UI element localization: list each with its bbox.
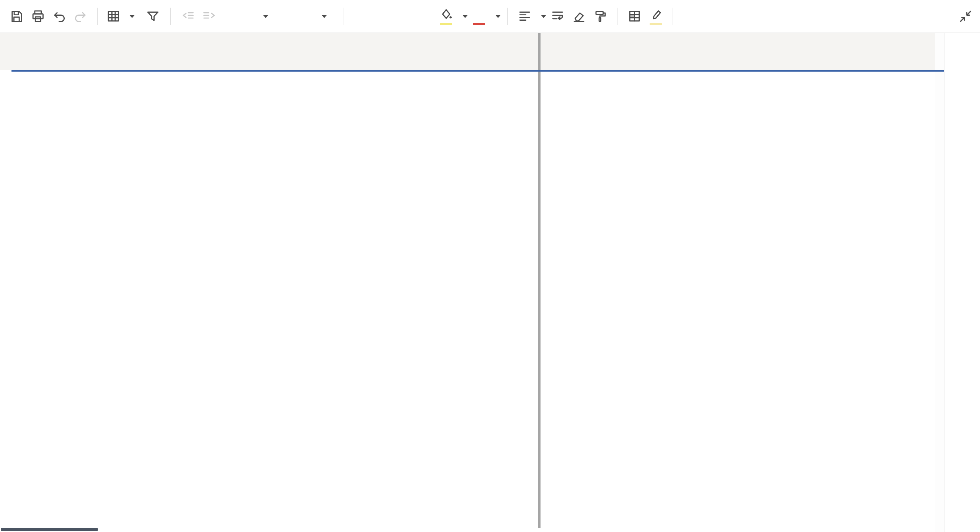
undo-icon xyxy=(52,9,66,23)
toolbar-divider xyxy=(296,8,296,25)
toolbar-divider xyxy=(226,8,226,25)
format-painter-button[interactable] xyxy=(590,5,611,28)
column-header-row xyxy=(0,33,935,70)
save-icon xyxy=(9,9,23,23)
filter-icon xyxy=(145,9,160,23)
text-color-menu[interactable] xyxy=(490,5,501,28)
right-rail xyxy=(944,33,980,532)
format-table-button[interactable] xyxy=(624,5,645,28)
smartsheet-app xyxy=(0,0,980,532)
frozen-pane-divider[interactable] xyxy=(538,33,541,528)
table-icon xyxy=(627,9,642,23)
text-color-button[interactable] xyxy=(468,5,490,28)
header-accent-line xyxy=(11,70,944,72)
toolbar-divider xyxy=(343,8,343,25)
paint-roller-icon xyxy=(593,9,608,23)
fill-color-swatch xyxy=(440,23,452,25)
fill-color-icon xyxy=(439,8,453,22)
align-button[interactable] xyxy=(514,5,535,28)
wrap-text-icon xyxy=(550,9,565,23)
collapse-toolbar-button[interactable] xyxy=(955,5,976,28)
highlighter-icon xyxy=(649,8,663,22)
save-button[interactable] xyxy=(5,5,27,28)
print-button[interactable] xyxy=(27,5,48,28)
align-left-icon xyxy=(518,9,532,23)
outdent-icon xyxy=(181,9,195,23)
fill-color-button[interactable] xyxy=(435,5,457,28)
align-menu[interactable] xyxy=(535,5,547,28)
chevron-down-icon xyxy=(129,15,135,18)
chevron-down-icon xyxy=(495,15,501,18)
chevron-down-icon xyxy=(263,15,268,18)
text-color-swatch xyxy=(473,23,485,25)
vertical-scrollbar[interactable] xyxy=(935,33,944,532)
clear-format-button[interactable] xyxy=(568,5,590,28)
undo-button[interactable] xyxy=(48,5,70,28)
italic-button[interactable] xyxy=(371,5,392,28)
font-family-select[interactable] xyxy=(232,5,290,28)
toolbar xyxy=(0,0,980,33)
grid-view-icon xyxy=(106,9,120,23)
outdent-button[interactable] xyxy=(177,5,198,28)
toolbar-divider xyxy=(97,8,98,25)
horizontal-scrollbar-thumb[interactable] xyxy=(1,528,98,531)
toolbar-divider xyxy=(507,8,508,25)
strikethrough-button[interactable] xyxy=(414,5,435,28)
filter-button[interactable] xyxy=(143,5,164,28)
chevron-down-icon xyxy=(541,15,546,18)
toolbar-divider xyxy=(170,8,171,25)
fill-color-menu[interactable] xyxy=(457,5,468,28)
print-icon xyxy=(31,9,45,23)
chevron-down-icon xyxy=(322,15,327,18)
font-size-select[interactable] xyxy=(302,5,337,28)
bold-button[interactable] xyxy=(350,5,371,28)
indent-icon xyxy=(202,9,216,23)
highlight-swatch xyxy=(650,23,662,25)
chevron-down-icon xyxy=(462,15,468,18)
redo-icon xyxy=(74,9,88,23)
toolbar-divider xyxy=(617,8,617,25)
wrap-text-button[interactable] xyxy=(547,5,568,28)
view-selector[interactable] xyxy=(104,5,137,28)
eraser-icon xyxy=(572,9,586,23)
sheet-grid xyxy=(0,33,935,532)
collapse-icon xyxy=(959,9,973,23)
more-button[interactable] xyxy=(679,5,701,28)
underline-button[interactable] xyxy=(392,5,414,28)
highlight-button[interactable] xyxy=(645,5,666,28)
redo-button[interactable] xyxy=(70,5,91,28)
indent-button[interactable] xyxy=(198,5,220,28)
toolbar-divider xyxy=(673,8,673,25)
